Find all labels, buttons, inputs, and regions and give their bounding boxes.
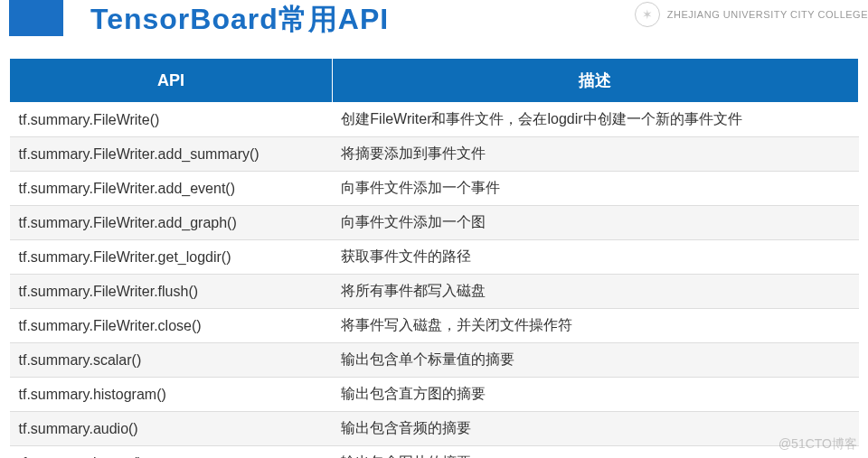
page-title: TensorBoard常用API [90, 0, 389, 40]
col-header-api: API [10, 59, 333, 103]
cell-desc: 向事件文件添加一个图 [332, 206, 858, 240]
cell-api: tf.summary.audio() [10, 412, 333, 446]
table-header-row: API 描述 [10, 59, 859, 103]
watermark: @51CTO博客 [778, 436, 857, 453]
table-row: tf.summary.FileWriter.flush()将所有事件都写入磁盘 [10, 275, 859, 309]
cell-desc: 创建FileWriter和事件文件，会在logdir中创建一个新的事件文件 [332, 103, 858, 137]
cell-desc: 输出包含单个标量值的摘要 [332, 343, 858, 378]
table-wrap: API 描述 tf.summary.FileWrite()创建FileWrite… [0, 58, 868, 458]
table-row: tf.summary.FileWriter.add_event()向事件文件添加… [10, 172, 859, 206]
cell-desc: 输出包含直方图的摘要 [332, 378, 858, 412]
cell-api: tf.summary.FileWriter.close() [10, 309, 333, 343]
table-row: tf.summary.FileWrite()创建FileWriter和事件文件，… [10, 103, 859, 137]
cell-api: tf.summary.histogram() [10, 378, 333, 412]
cell-api: tf.summary.FileWriter.add_graph() [10, 206, 333, 240]
cell-api: tf.summary.FileWrite() [10, 103, 333, 137]
col-header-desc: 描述 [332, 59, 858, 103]
table-row: tf.summary.scalar()输出包含单个标量值的摘要 [10, 343, 859, 378]
cell-api: tf.summary.FileWriter.flush() [10, 275, 333, 309]
university-seal-icon: ✶ [635, 2, 660, 27]
cell-desc: 向事件文件添加一个事件 [332, 172, 858, 206]
cell-desc: 将所有事件都写入磁盘 [332, 275, 858, 309]
api-table: API 描述 tf.summary.FileWrite()创建FileWrite… [9, 58, 859, 458]
table-row: tf.summary.image()输出包含图片的摘要 [10, 446, 859, 459]
table-row: tf.summary.histogram()输出包含直方图的摘要 [10, 378, 859, 412]
table-row: tf.summary.audio()输出包含音频的摘要 [10, 412, 859, 446]
header: TensorBoard常用API ✶ ZHEJIANG UNIVERSITY C… [0, 0, 868, 58]
cell-api: tf.summary.FileWriter.add_summary() [10, 137, 333, 172]
table-row: tf.summary.FileWriter.close()将事件写入磁盘，并关闭… [10, 309, 859, 343]
table-row: tf.summary.FileWriter.add_summary()将摘要添加… [10, 137, 859, 172]
table-row: tf.summary.FileWriter.get_logdir()获取事件文件… [10, 240, 859, 275]
cell-api: tf.summary.FileWriter.add_event() [10, 172, 333, 206]
header-right-text: ZHEJIANG UNIVERSITY CITY COLLEGE [667, 9, 868, 20]
logo-block [9, 0, 63, 36]
cell-desc: 获取事件文件的路径 [332, 240, 858, 275]
cell-desc: 将事件写入磁盘，并关闭文件操作符 [332, 309, 858, 343]
cell-api: tf.summary.scalar() [10, 343, 333, 378]
cell-api: tf.summary.FileWriter.get_logdir() [10, 240, 333, 275]
table-row: tf.summary.FileWriter.add_graph()向事件文件添加… [10, 206, 859, 240]
cell-api: tf.summary.image() [10, 446, 333, 459]
cell-desc: 将摘要添加到事件文件 [332, 137, 858, 172]
header-right: ✶ ZHEJIANG UNIVERSITY CITY COLLEGE [635, 2, 868, 27]
